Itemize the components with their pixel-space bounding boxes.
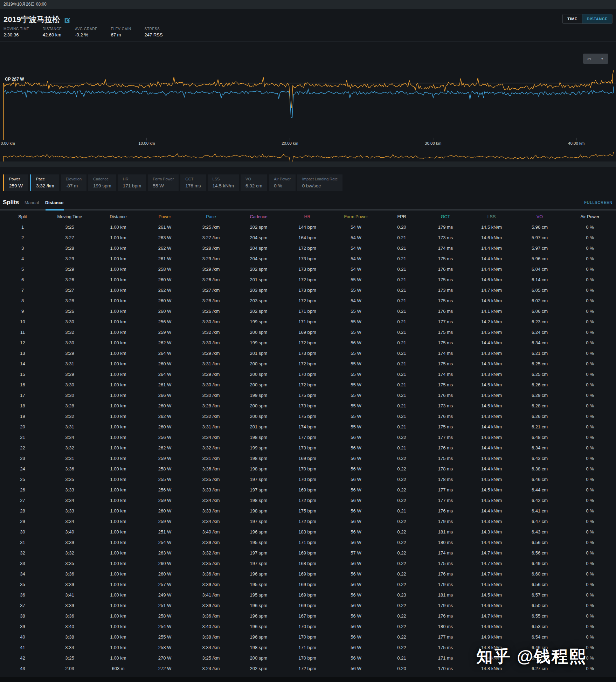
table-cell: 40 — [0, 632, 45, 642]
metric-button-cadence[interactable]: Cadence199 spm — [88, 174, 116, 191]
splits-title: Splits — [3, 199, 19, 206]
table-cell: 258 W — [142, 611, 187, 621]
metric-button-air-power[interactable]: Air Power0 % — [269, 174, 296, 191]
table-cell: 14.4 kN/m — [468, 464, 515, 474]
table-cell: 3:40 — [45, 527, 94, 537]
chart-navigator-track[interactable] — [0, 161, 616, 167]
metric-label: Air Power — [274, 177, 291, 181]
table-cell: 19 — [0, 411, 45, 422]
table-cell: 0 % — [564, 233, 616, 243]
table-row: 103:301.00 km256 W3:30 /km199 spm171 bpm… — [0, 317, 616, 327]
table-cell: 6.24 cm — [515, 327, 564, 338]
table-cell: 3:30 /km — [187, 317, 235, 327]
table-cell: 3:36 — [45, 611, 94, 621]
view-toggle-distance[interactable]: DISTANCE — [582, 14, 612, 23]
table-cell: 0.21 — [380, 264, 423, 275]
table-cell: 54 W — [332, 243, 380, 254]
table-cell: 14.6 kN/m — [468, 432, 515, 443]
table-row: 93:261.00 km260 W3:26 /km202 spm171 bpm5… — [0, 306, 616, 317]
table-cell: 6.41 cm — [515, 506, 564, 516]
table-cell: 3:32 /km — [187, 411, 235, 422]
table-cell: 263 W — [142, 548, 187, 558]
table-cell: 260 W — [142, 296, 187, 306]
table-cell: 55 W — [332, 411, 380, 422]
metric-button-hr[interactable]: HR171 bpm — [118, 174, 146, 191]
table-cell: 260 W — [142, 359, 187, 369]
table-cell: 9 — [0, 306, 45, 317]
table-cell: 14.4 kN/m — [468, 243, 515, 254]
table-cell: 603 m — [94, 663, 142, 674]
table-cell: 3:30 /km — [187, 338, 235, 348]
metric-label: Impact Loading Rate — [302, 177, 338, 181]
table-cell: 0 % — [564, 254, 616, 264]
table-cell: 3:34 /km — [187, 495, 235, 506]
table-cell: 6.28 cm — [515, 401, 564, 411]
stat-label: ELEV GAIN — [111, 27, 131, 31]
table-cell: 3:36 /km — [187, 569, 235, 579]
splits-tab-manual[interactable]: Manual — [25, 200, 39, 205]
metric-button-power[interactable]: Power259 W — [3, 174, 28, 191]
table-cell: 24 — [0, 464, 45, 474]
table-cell: 169 bpm — [283, 485, 332, 495]
table-cell: 1.00 km — [94, 653, 142, 663]
table-cell: 3:27 — [45, 285, 94, 296]
table-cell: 0.22 — [380, 632, 423, 642]
table-cell: 54 W — [332, 233, 380, 243]
table-cell: 55 W — [332, 422, 380, 432]
table-cell: 175 bpm — [283, 390, 332, 401]
table-cell: 14.4 kN/m — [468, 264, 515, 275]
table-cell: 39 — [0, 621, 45, 632]
table-cell: 55 W — [332, 285, 380, 296]
table-cell: 54 W — [332, 254, 380, 264]
table-cell: 0 % — [564, 506, 616, 516]
metric-button-lss[interactable]: LSS14.5 kN/m — [208, 174, 239, 191]
view-toggle-time[interactable]: TIME — [563, 14, 582, 23]
table-cell: 172 bpm — [283, 516, 332, 527]
metric-button-pace[interactable]: Pace3:32 /km — [30, 174, 59, 191]
table-cell: 3:33 — [45, 485, 94, 495]
metric-label: Power — [9, 177, 23, 181]
table-cell: 0.22 — [380, 600, 423, 611]
table-cell: 3:40 /km — [187, 527, 235, 537]
table-cell: 0.22 — [380, 453, 423, 464]
table-row: 143:311.00 km260 W3:31 /km200 spm172 bpm… — [0, 359, 616, 369]
table-cell: 3:28 — [45, 243, 94, 254]
column-header-hr: HR — [283, 213, 332, 222]
table-cell: 164 bpm — [283, 233, 332, 243]
table-cell: 6.56 cm — [515, 579, 564, 590]
metric-button-elevation[interactable]: Elevation-87 m — [61, 174, 86, 191]
table-cell: 264 W — [142, 348, 187, 359]
table-cell: 0 % — [564, 443, 616, 453]
fullscreen-button[interactable]: FULLSCREEN — [584, 200, 612, 205]
table-cell: 56 W — [332, 537, 380, 548]
table-row: 193:321.00 km262 W3:32 /km200 spm175 bpm… — [0, 411, 616, 422]
table-cell: 5 — [0, 264, 45, 275]
main-chart[interactable]: CP 267 W0.00 km10.00 km20.00 km30.00 km4… — [0, 42, 616, 147]
table-cell: 198 spm — [235, 495, 283, 506]
table-cell: 176 ms — [423, 390, 468, 401]
table-cell: 3:39 — [45, 537, 94, 548]
table-row: 363:411.00 km249 W3:41 /km195 spm169 bpm… — [0, 590, 616, 600]
metric-button-impact-loading-rate[interactable]: Impact Loading Rate0 bw/sec — [297, 174, 343, 191]
metric-button-vo[interactable]: VO6.32 cm — [241, 174, 267, 191]
metric-button-gct[interactable]: GCT176 ms — [180, 174, 206, 191]
table-cell: 6.34 cm — [515, 338, 564, 348]
table-cell: 177 ms — [423, 432, 468, 443]
metric-button-form-power[interactable]: Form Power55 W — [148, 174, 179, 191]
table-cell: 3:36 /km — [187, 611, 235, 621]
table-cell: 0 % — [564, 453, 616, 464]
table-row: 223:321.00 km262 W3:32 /km199 spm173 bpm… — [0, 443, 616, 453]
edit-title-icon[interactable] — [64, 17, 70, 23]
table-cell: 180 ms — [423, 537, 468, 548]
table-cell: 14.5 kN/m — [468, 495, 515, 506]
table-cell: 167 bpm — [283, 611, 332, 621]
table-cell: 0.21 — [380, 306, 423, 317]
splits-tab-distance[interactable]: Distance — [45, 200, 63, 205]
table-cell: 272 W — [142, 663, 187, 674]
table-cell: 203 spm — [235, 296, 283, 306]
table-cell: 0.20 — [380, 663, 423, 674]
metric-value: 14.5 kN/m — [213, 183, 234, 188]
table-cell: 204 spm — [235, 254, 283, 264]
column-header-pace: Pace — [187, 213, 235, 222]
table-cell: 1.00 km — [94, 600, 142, 611]
